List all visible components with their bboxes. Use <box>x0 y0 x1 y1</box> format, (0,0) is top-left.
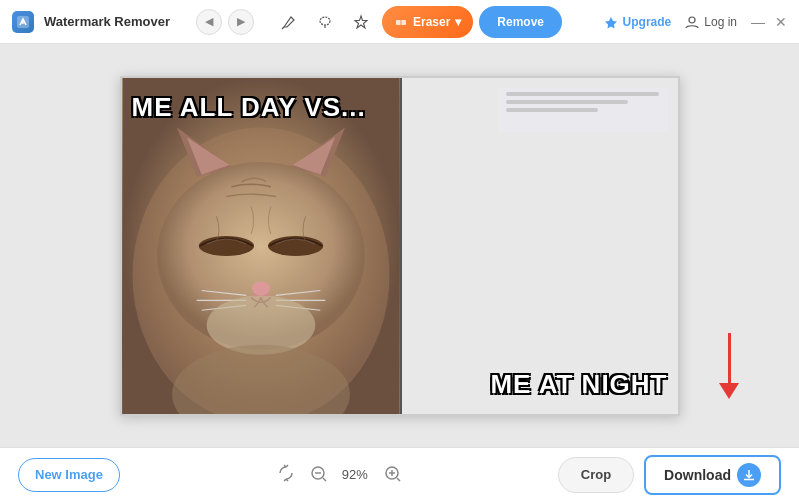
titlebar: Watermark Remover ◀ ▶ <box>0 0 799 44</box>
eraser-button[interactable]: Eraser ▾ <box>382 6 473 38</box>
meme-left-panel <box>122 78 400 414</box>
eraser-caret: ▾ <box>455 15 461 29</box>
svg-line-59 <box>323 478 326 481</box>
close-button[interactable]: ✕ <box>775 14 787 30</box>
remove-label: Remove <box>497 15 544 29</box>
zoom-out-icon[interactable] <box>309 464 327 486</box>
titlebar-left: Watermark Remover ◀ ▶ <box>12 6 562 38</box>
svg-point-18 <box>252 281 270 295</box>
zoom-value: 92% <box>337 467 373 482</box>
nav-controls: ◀ ▶ <box>196 9 254 35</box>
meme-right-panel <box>122 414 400 416</box>
blur-lines <box>506 92 659 127</box>
app-title: Watermark Remover <box>44 14 170 29</box>
download-label: Download <box>664 467 731 483</box>
new-image-button[interactable]: New Image <box>18 458 120 492</box>
meme-text-bottom: ME AT NIGHT <box>490 369 667 400</box>
meme-text-top: ME ALL DAY VS... <box>132 92 366 123</box>
forward-button[interactable]: ▶ <box>228 9 254 35</box>
lasso-tool-button[interactable] <box>310 7 340 37</box>
red-arrow-indicator <box>719 333 739 399</box>
blur-line-1 <box>506 92 659 96</box>
svg-point-3 <box>320 17 330 25</box>
crop-button[interactable]: Crop <box>558 457 634 493</box>
bottom-right-actions: Crop Download <box>558 455 781 495</box>
remove-button[interactable]: Remove <box>479 6 562 38</box>
blur-line-2 <box>506 100 628 104</box>
bottom-bar: New Image 92% <box>0 447 799 501</box>
alert-cat-svg <box>122 414 400 416</box>
login-label: Log in <box>704 15 737 29</box>
download-icon <box>737 463 761 487</box>
crop-label: Crop <box>581 467 611 482</box>
eraser-label: Eraser <box>413 15 450 29</box>
meme-divider <box>400 78 402 414</box>
zoom-in-icon[interactable] <box>383 464 401 486</box>
tool-buttons: Eraser ▾ Remove <box>274 6 562 38</box>
upgrade-label: Upgrade <box>623 15 672 29</box>
star-tool-button[interactable] <box>346 7 376 37</box>
upgrade-button[interactable]: Upgrade <box>604 15 672 29</box>
svg-line-2 <box>282 27 284 29</box>
sleeping-cat-svg <box>122 78 400 414</box>
minimize-button[interactable]: — <box>751 14 765 30</box>
app-icon <box>12 11 34 33</box>
blur-line-3 <box>506 108 598 112</box>
window-controls: — ✕ <box>751 14 787 30</box>
back-button[interactable]: ◀ <box>196 9 222 35</box>
watermark-removed-area <box>498 88 668 132</box>
meme-image: ME ALL DAY VS... ME AT NIGHT <box>120 76 680 416</box>
pen-tool-button[interactable] <box>274 7 304 37</box>
arrow-line <box>728 333 731 383</box>
canvas-area: ME ALL DAY VS... ME AT NIGHT <box>0 44 799 447</box>
svg-line-63 <box>397 478 400 481</box>
arrow-head <box>719 383 739 399</box>
download-button[interactable]: Download <box>644 455 781 495</box>
svg-point-7 <box>689 17 695 23</box>
rotate-icon[interactable] <box>277 464 295 486</box>
login-button[interactable]: Log in <box>685 15 737 29</box>
new-image-label: New Image <box>35 467 103 482</box>
zoom-controls: 92% <box>277 464 401 486</box>
svg-rect-27 <box>122 414 399 416</box>
titlebar-right: Upgrade Log in — ✕ <box>604 14 787 30</box>
svg-point-1 <box>21 20 25 24</box>
